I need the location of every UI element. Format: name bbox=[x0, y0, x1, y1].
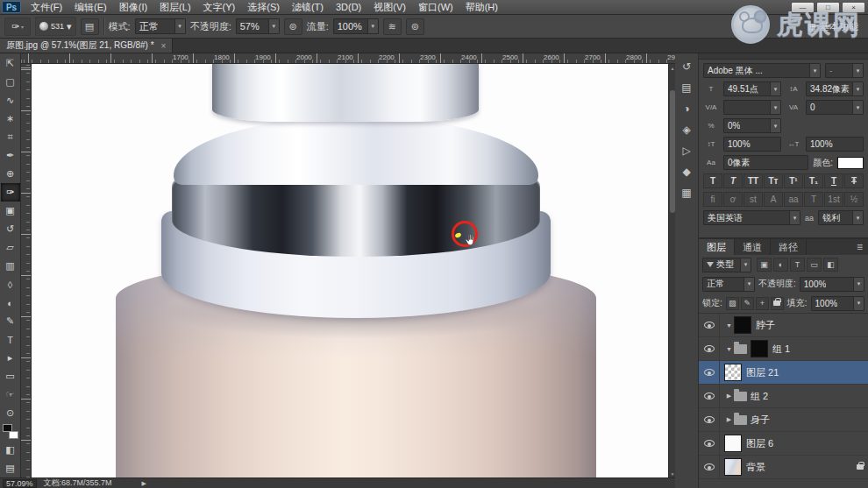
layer-thumbnail[interactable] bbox=[734, 316, 751, 334]
background-color-swatch[interactable] bbox=[9, 431, 18, 439]
faux-italic-button[interactable]: T bbox=[723, 173, 743, 188]
filter-smart-objects-icon[interactable]: ◧ bbox=[823, 258, 838, 272]
eraser-tool[interactable]: ▱ bbox=[1, 238, 20, 257]
layer-blend-mode-select[interactable]: 正常 ▾ bbox=[702, 277, 755, 292]
history-brush-tool[interactable]: ↺ bbox=[1, 220, 20, 238]
menu-view[interactable]: 视图(V) bbox=[367, 0, 412, 15]
fill-select[interactable]: 100% ▾ bbox=[811, 296, 864, 311]
pressure-size-button[interactable]: ⊚ bbox=[406, 18, 424, 35]
airbrush-button[interactable]: ≋ bbox=[383, 18, 402, 35]
visibility-toggle[interactable] bbox=[699, 385, 720, 407]
gradient-tool[interactable]: ▥ bbox=[1, 257, 20, 275]
fractions-button[interactable]: ½ bbox=[844, 192, 864, 207]
menu-3d[interactable]: 3D(D) bbox=[330, 0, 367, 15]
filter-pixel-layers-icon[interactable]: ▣ bbox=[757, 258, 772, 272]
tab-layers[interactable]: 图层 bbox=[699, 239, 735, 255]
swash-button[interactable]: A bbox=[764, 192, 783, 207]
layer-row-shenzi[interactable]: ▶ 身子 bbox=[699, 408, 868, 432]
document-tab[interactable]: 原图.jpg @ 57.1%(图层 21, RGB/8#) * × bbox=[0, 39, 173, 53]
clone-stamp-tool[interactable]: ▣ bbox=[1, 202, 20, 220]
lock-transparency-icon[interactable]: ▨ bbox=[726, 297, 739, 310]
layer-thumbnail[interactable] bbox=[751, 340, 768, 357]
eyedropper-tool[interactable]: ✒ bbox=[1, 146, 20, 165]
strikethrough-button[interactable]: Ŧ bbox=[844, 173, 864, 188]
expand-triangle-icon[interactable]: ▼ bbox=[724, 346, 734, 352]
zoom-tool[interactable]: ⊙ bbox=[1, 404, 20, 422]
visibility-toggle[interactable] bbox=[699, 361, 720, 384]
quick-selection-tool[interactable]: ∗ bbox=[1, 110, 20, 128]
hand-tool[interactable]: ☞ bbox=[1, 385, 20, 404]
opacity-select[interactable]: 57% ▾ bbox=[236, 18, 280, 34]
baseline-shift-field[interactable]: 0像素 bbox=[723, 155, 808, 170]
filter-adjustment-layers-icon[interactable]: ◐ bbox=[773, 258, 788, 272]
visibility-toggle[interactable] bbox=[699, 408, 720, 431]
collapse-triangle-icon[interactable]: ▶ bbox=[724, 393, 734, 400]
menu-layer[interactable]: 图层(L) bbox=[153, 0, 196, 15]
superscript-button[interactable]: T¹ bbox=[784, 173, 803, 188]
styles-panel-icon[interactable]: ◆ bbox=[678, 162, 696, 180]
ligatures-button[interactable]: fi bbox=[703, 192, 722, 207]
type-tool[interactable]: T bbox=[1, 330, 20, 349]
info-panel-icon[interactable]: ◈ bbox=[678, 120, 696, 138]
menu-file[interactable]: 文件(F) bbox=[25, 0, 68, 15]
lock-position-icon[interactable]: + bbox=[756, 297, 769, 310]
spot-healing-brush-tool[interactable]: ⊕ bbox=[1, 165, 20, 183]
menu-filter[interactable]: 滤镜(T) bbox=[286, 0, 330, 15]
current-tool-button[interactable]: ✑ ▾ bbox=[4, 18, 31, 36]
stylistic-alternates-button[interactable]: aa bbox=[784, 192, 803, 207]
tab-channels[interactable]: 通道 bbox=[735, 239, 771, 255]
brush-preset-picker[interactable]: 531 ▾ bbox=[35, 17, 76, 36]
rect-marquee-tool[interactable]: ▢ bbox=[1, 73, 20, 91]
proportional-spacing-field[interactable]: 0% ▾ bbox=[723, 118, 781, 133]
all-caps-button[interactable]: TT bbox=[743, 173, 763, 188]
filter-type-layers-icon[interactable]: T bbox=[790, 258, 805, 272]
canvas[interactable] bbox=[32, 64, 668, 477]
expand-triangle-icon[interactable]: ▼ bbox=[724, 322, 734, 329]
adjustments-panel-icon[interactable]: ◑ bbox=[678, 99, 696, 117]
discretionary-ligatures-button[interactable]: st bbox=[743, 192, 763, 207]
status-menu-arrow-icon[interactable]: ▶ bbox=[142, 480, 146, 487]
restore-button[interactable]: □ bbox=[816, 2, 840, 13]
screen-mode-button[interactable]: ▤ bbox=[1, 459, 20, 477]
text-color-swatch[interactable] bbox=[837, 157, 864, 169]
layer-row-bozi[interactable]: ▼ 脖子 bbox=[699, 314, 868, 337]
vertical-scrollbar[interactable]: ▲ ▼ bbox=[668, 64, 675, 477]
leading-field[interactable]: 34.82像素 ▾ bbox=[806, 81, 864, 96]
layer-row-group1[interactable]: ▼ 组 1 bbox=[699, 337, 868, 361]
layer-opacity-select[interactable]: 100% ▾ bbox=[800, 277, 864, 292]
pressure-opacity-button[interactable]: ⊚ bbox=[284, 18, 302, 35]
layer-row-group2[interactable]: ▶ 组 2 bbox=[699, 385, 868, 408]
menu-edit[interactable]: 编辑(E) bbox=[68, 0, 113, 15]
menu-type[interactable]: 文字(Y) bbox=[197, 0, 242, 15]
quick-mask-button[interactable]: ◧ bbox=[1, 441, 20, 459]
visibility-toggle[interactable] bbox=[699, 337, 720, 360]
dodge-tool[interactable]: ◐ bbox=[1, 294, 20, 312]
character-panel-header[interactable] bbox=[699, 53, 868, 60]
close-button[interactable]: × bbox=[842, 2, 865, 13]
lock-all-icon[interactable] bbox=[771, 297, 784, 310]
filter-shape-layers-icon[interactable]: ▭ bbox=[807, 258, 822, 272]
small-caps-button[interactable]: Tᴛ bbox=[764, 173, 783, 188]
underline-button[interactable]: T bbox=[824, 173, 843, 188]
minimize-button[interactable]: — bbox=[791, 2, 815, 13]
brush-tool[interactable]: ✑ bbox=[1, 183, 20, 202]
lasso-tool[interactable]: ∿ bbox=[1, 91, 20, 110]
brush-presets-panel-icon[interactable]: ▦ bbox=[678, 183, 696, 202]
color-swatches[interactable] bbox=[3, 424, 18, 439]
properties-panel-icon[interactable]: ▤ bbox=[678, 78, 696, 96]
close-icon[interactable]: × bbox=[161, 41, 167, 51]
foreground-color-swatch[interactable] bbox=[3, 424, 12, 432]
collapse-triangle-icon[interactable]: ▶ bbox=[724, 416, 734, 423]
kerning-field[interactable]: ▾ bbox=[723, 100, 781, 115]
zoom-level-field[interactable]: 57.09% bbox=[3, 479, 37, 488]
layer-row-background[interactable]: 背景 bbox=[699, 456, 868, 479]
history-panel-icon[interactable]: ↺ bbox=[678, 57, 696, 75]
blur-tool[interactable]: ◊ bbox=[1, 275, 20, 294]
visibility-toggle[interactable] bbox=[699, 432, 720, 455]
tracking-field[interactable]: 0 ▾ bbox=[806, 100, 864, 115]
font-family-select[interactable]: Adobe 黑体 ... ▾ bbox=[703, 63, 821, 78]
layer-thumbnail[interactable] bbox=[724, 364, 742, 381]
vertical-scale-field[interactable]: 100% bbox=[723, 137, 781, 152]
layer-thumbnail[interactable] bbox=[724, 458, 742, 476]
menu-image[interactable]: 图像(I) bbox=[113, 0, 153, 15]
